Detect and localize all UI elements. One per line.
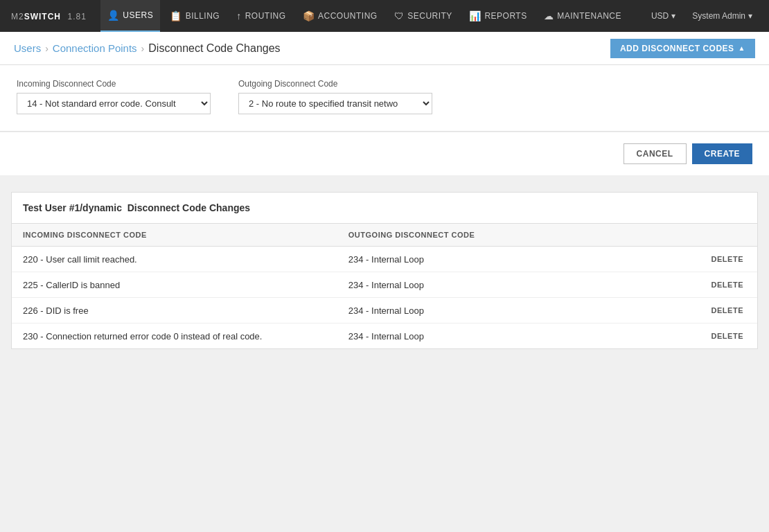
- user-menu[interactable]: System Admin ▾: [687, 8, 758, 24]
- routing-icon: ↑: [236, 10, 242, 21]
- delete-button-1[interactable]: DELETE: [709, 279, 746, 290]
- breadcrumb-sep-2: ›: [141, 43, 145, 54]
- breadcrumb-users[interactable]: Users: [14, 42, 41, 54]
- nav-maintenance-label: MAINTENANCE: [557, 11, 621, 21]
- table-container: INCOMING DISCONNECT CODE OUTGOING DISCON…: [12, 224, 757, 348]
- incoming-disconnect-group: Incoming Disconnect Code 14 - Not standa…: [17, 79, 211, 114]
- add-disconnect-codes-label: ADD DISCONNECT CODES: [620, 44, 734, 53]
- table-row: 220 - User call limit reached. 234 - Int…: [12, 247, 757, 272]
- delete-button-2[interactable]: DELETE: [709, 305, 746, 316]
- users-icon: 👤: [107, 10, 120, 21]
- incoming-disconnect-label: Incoming Disconnect Code: [17, 79, 211, 89]
- table-title-bold: Disconnect Code Changes: [127, 202, 250, 213]
- topnav-right: USD ▾ System Admin ▾: [646, 8, 758, 24]
- table-header-row: INCOMING DISCONNECT CODE OUTGOING DISCON…: [12, 224, 757, 247]
- top-navigation: M2SWITCH 1.81 👤 USERS 📋 BILLING ↑ ROUTIN…: [0, 0, 769, 32]
- td-outgoing-0: 234 - Internal Loop: [348, 254, 709, 265]
- form-row: Incoming Disconnect Code 14 - Not standa…: [17, 79, 752, 114]
- nav-billing[interactable]: 📋 BILLING: [163, 0, 227, 32]
- add-disconnect-codes-button[interactable]: ADD DISCONNECT CODES ▲: [610, 39, 755, 58]
- reports-icon: 📊: [469, 10, 481, 21]
- table-row: 225 - CallerID is banned 234 - Internal …: [12, 272, 757, 298]
- nav-reports-label: REPORTS: [484, 11, 527, 21]
- breadcrumb-sep-1: ›: [45, 43, 48, 54]
- cancel-button[interactable]: CANCEL: [624, 143, 687, 164]
- section-divider: [0, 175, 769, 181]
- incoming-disconnect-select[interactable]: 14 - Not standard error code. Consult: [17, 93, 211, 114]
- maintenance-icon: ☁: [544, 10, 554, 21]
- breadcrumb-bar: Users › Connection Points › Disconnect C…: [0, 32, 769, 65]
- security-icon: 🛡: [394, 10, 405, 21]
- td-outgoing-1: 234 - Internal Loop: [348, 280, 709, 290]
- td-incoming-1: 225 - CallerID is banned: [23, 280, 348, 290]
- breadcrumb-connection-points[interactable]: Connection Points: [53, 42, 137, 54]
- nav-accounting[interactable]: 📦 ACCOUNTING: [296, 0, 384, 32]
- currency-value: USD: [651, 11, 669, 21]
- user-chevron-icon: ▾: [748, 11, 752, 21]
- table-title-prefix: Test User #1/dynamic: [23, 202, 122, 213]
- col-incoming-header: INCOMING DISCONNECT CODE: [23, 231, 348, 239]
- delete-button-3[interactable]: DELETE: [709, 330, 746, 342]
- currency-chevron-icon: ▾: [671, 11, 675, 21]
- nav-maintenance[interactable]: ☁ MAINTENANCE: [537, 0, 628, 32]
- outgoing-disconnect-group: Outgoing Disconnect Code 2 - No route to…: [238, 79, 432, 114]
- nav-reports[interactable]: 📊 REPORTS: [462, 0, 534, 32]
- user-name: System Admin: [692, 11, 745, 21]
- nav-security[interactable]: 🛡 SECURITY: [387, 0, 459, 32]
- nav-users-label: USERS: [123, 10, 153, 20]
- billing-icon: 📋: [170, 10, 182, 21]
- app-logo: M2SWITCH 1.81: [11, 10, 87, 22]
- td-outgoing-2: 234 - Internal Loop: [348, 305, 709, 316]
- table-section: Test User #1/dynamic Disconnect Code Cha…: [11, 192, 758, 349]
- td-incoming-3: 230 - Connection returned error code 0 i…: [23, 331, 348, 342]
- table-rows: 220 - User call limit reached. 234 - Int…: [12, 247, 757, 348]
- app-version: 1.81: [67, 12, 86, 21]
- add-button-chevron-icon: ▲: [739, 44, 745, 52]
- nav-routing[interactable]: ↑ ROUTING: [229, 0, 292, 32]
- create-button[interactable]: CREATE: [692, 143, 752, 164]
- nav-routing-label: ROUTING: [245, 11, 286, 21]
- td-outgoing-3: 234 - Internal Loop: [348, 331, 709, 342]
- accounting-icon: 📦: [303, 10, 315, 21]
- app-name-m2: M2: [11, 12, 24, 21]
- form-panel: Incoming Disconnect Code 14 - Not standa…: [0, 65, 769, 132]
- app-name-switch: SWITCH: [24, 12, 61, 21]
- breadcrumb: Users › Connection Points › Disconnect C…: [14, 42, 281, 55]
- td-incoming-2: 226 - DID is free: [23, 305, 348, 316]
- delete-button-0[interactable]: DELETE: [709, 254, 746, 265]
- currency-selector[interactable]: USD ▾: [646, 8, 681, 24]
- main-content: Test User #1/dynamic Disconnect Code Cha…: [0, 181, 769, 360]
- nav-billing-label: BILLING: [186, 11, 220, 21]
- outgoing-disconnect-select[interactable]: 2 - No route to specified transit netwo: [238, 93, 432, 114]
- nav-security-label: SECURITY: [407, 11, 452, 21]
- nav-users[interactable]: 👤 USERS: [100, 0, 160, 32]
- table-row: 226 - DID is free 234 - Internal Loop DE…: [12, 298, 757, 323]
- table-row: 230 - Connection returned error code 0 i…: [12, 323, 757, 348]
- outgoing-disconnect-label: Outgoing Disconnect Code: [238, 79, 432, 89]
- table-section-header: Test User #1/dynamic Disconnect Code Cha…: [12, 193, 757, 224]
- breadcrumb-current: Disconnect Code Changes: [148, 42, 280, 55]
- action-row: CANCEL CREATE: [0, 132, 769, 175]
- col-outgoing-header: OUTGOING DISCONNECT CODE: [348, 231, 746, 239]
- td-incoming-0: 220 - User call limit reached.: [23, 254, 348, 265]
- nav-accounting-label: ACCOUNTING: [318, 11, 378, 21]
